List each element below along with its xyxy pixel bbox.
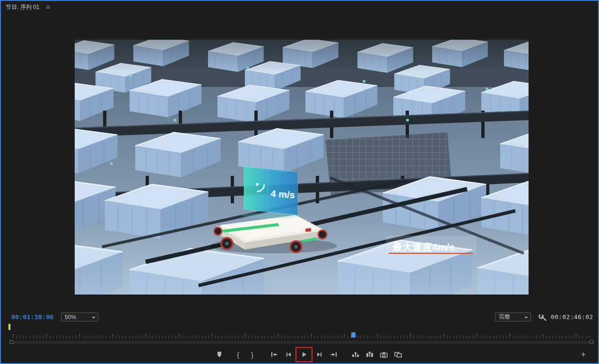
hologram-speed-text: 4 m/s bbox=[270, 188, 295, 200]
export-frame-button[interactable] bbox=[377, 348, 391, 361]
zoom-level-select[interactable]: 50% bbox=[61, 312, 98, 321]
panel-menu-icon[interactable]: ≡ bbox=[46, 3, 50, 11]
play-icon bbox=[300, 351, 308, 358]
playback-resolution-value: 完整 bbox=[499, 313, 510, 321]
wrench-icon bbox=[538, 313, 547, 321]
go-to-in-button[interactable] bbox=[267, 348, 281, 361]
play-button-highlight bbox=[295, 347, 313, 362]
marker-icon bbox=[215, 351, 224, 358]
lift-icon bbox=[351, 351, 360, 358]
extract-button[interactable] bbox=[363, 348, 377, 361]
transport-controls: { } bbox=[10, 347, 599, 362]
camera-icon bbox=[380, 351, 388, 358]
playback-resolution-select[interactable]: 完整 bbox=[495, 312, 531, 321]
go-to-out-button[interactable] bbox=[327, 348, 341, 361]
play-button[interactable] bbox=[297, 348, 311, 361]
current-timecode[interactable]: 00:01:38:06 bbox=[11, 313, 53, 321]
zoom-scrollbar-left-handle[interactable] bbox=[9, 340, 14, 344]
timeline-zoom-scrollbar[interactable] bbox=[9, 339, 594, 345]
comparison-view-button[interactable] bbox=[391, 348, 405, 361]
add-marker-button[interactable] bbox=[212, 348, 226, 361]
caption-overlay: 最大速度4m/s bbox=[386, 235, 477, 255]
step-back-icon bbox=[284, 351, 293, 358]
comparison-view-icon bbox=[394, 351, 402, 358]
panel-header: 节目: 序列 01 ≡ bbox=[1, 1, 598, 13]
mark-in-button[interactable]: { bbox=[231, 348, 245, 361]
warehouse-scene: 4 m/s 最大速度4m/s bbox=[75, 40, 529, 295]
ruler-minor-ticks bbox=[13, 336, 592, 338]
playhead[interactable] bbox=[351, 332, 356, 338]
go-to-out-icon bbox=[330, 351, 338, 358]
caption-text: 最大速度4m/s bbox=[392, 242, 455, 252]
add-button[interactable]: + bbox=[578, 349, 589, 360]
settings-button[interactable] bbox=[538, 313, 547, 321]
zoom-scrollbar-track[interactable] bbox=[13, 341, 590, 344]
total-duration-timecode: 00:02:46:02 bbox=[551, 313, 593, 321]
go-to-in-icon bbox=[270, 351, 278, 358]
step-forward-button[interactable] bbox=[313, 348, 327, 361]
mark-out-button[interactable]: } bbox=[245, 348, 260, 361]
zoom-level-value: 50% bbox=[65, 314, 76, 321]
lift-button[interactable] bbox=[348, 348, 363, 361]
monitor-timeline-ruler[interactable] bbox=[13, 332, 592, 338]
panel-title: 节目: 序列 01 bbox=[6, 3, 39, 11]
mark-in-icon: { bbox=[237, 351, 239, 358]
program-monitor-panel: 节目: 序列 01 ≡ bbox=[0, 0, 599, 364]
step-forward-icon bbox=[315, 351, 324, 358]
mark-out-icon: } bbox=[251, 351, 253, 358]
chevron-down-icon bbox=[92, 317, 95, 319]
extract-icon bbox=[365, 351, 374, 358]
sequence-marker[interactable] bbox=[9, 324, 10, 330]
video-preview[interactable]: 4 m/s 最大速度4m/s bbox=[75, 40, 529, 295]
step-back-button[interactable] bbox=[281, 348, 295, 361]
zoom-scrollbar-right-handle[interactable] bbox=[590, 340, 594, 344]
chevron-down-icon bbox=[524, 317, 528, 319]
